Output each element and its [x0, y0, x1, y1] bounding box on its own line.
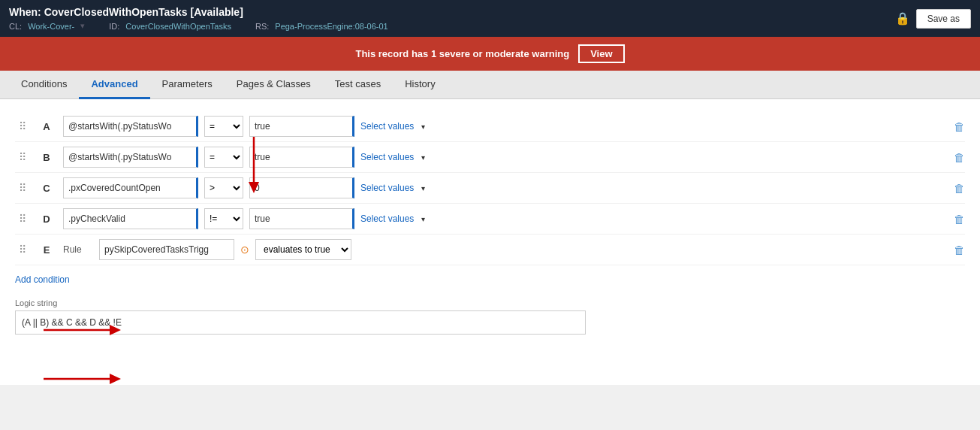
value-field-c[interactable]: [249, 177, 354, 198]
condition-row-a: ⠿ A =!=>< Select values ▾ 🗑: [15, 111, 965, 142]
select-values-caret-a[interactable]: ▾: [421, 123, 425, 131]
delete-button-d[interactable]: 🗑: [954, 213, 965, 226]
conditions-table: ⠿ A =!=>< Select values ▾ 🗑 ⠿ B =!=><: [15, 111, 965, 265]
svg-marker-1: [249, 182, 259, 193]
rule-label-text: Rule: [63, 244, 93, 255]
rule-name-field[interactable]: [99, 239, 234, 260]
operator-select-c[interactable]: >=!=<: [204, 177, 243, 198]
info-icon[interactable]: ⊙: [240, 244, 249, 256]
svg-marker-5: [110, 374, 121, 384]
tabs-bar: Conditions Advanced Parameters Pages & C…: [0, 71, 980, 99]
row-label-c: C: [36, 183, 57, 194]
delete-button-a[interactable]: 🗑: [954, 120, 965, 133]
header-actions: 🔒 Save as: [895, 9, 971, 29]
annotation-arrow-right-c: [44, 321, 126, 339]
rs-value: Pega-ProcessEngine:08-06-01: [275, 22, 387, 31]
tab-test-cases[interactable]: Test cases: [323, 71, 393, 99]
save-as-button[interactable]: Save as: [916, 9, 971, 29]
annotation-arrow-right-d: [44, 370, 126, 385]
tab-pages-classes[interactable]: Pages & Classes: [225, 71, 323, 99]
add-condition-link[interactable]: Add condition: [15, 274, 70, 285]
logic-section: Logic string: [15, 298, 965, 335]
condition-field-a[interactable]: [63, 116, 198, 137]
row-label-d: D: [36, 213, 57, 225]
select-values-caret-b[interactable]: ▾: [421, 153, 425, 162]
condition-row-c: ⠿ C >=!=< Select values ▾ 🗑: [15, 173, 965, 204]
operator-select-b[interactable]: =!=><: [204, 147, 243, 168]
select-values-link-b[interactable]: Select values: [360, 152, 414, 162]
id-label: ID:: [109, 22, 119, 31]
value-field-a[interactable]: [249, 116, 354, 137]
select-values-caret-c[interactable]: ▾: [421, 184, 425, 192]
select-values-link-d[interactable]: Select values: [360, 213, 414, 224]
lock-icon: 🔒: [895, 11, 910, 26]
cl-value: Work-Cover-: [28, 22, 74, 31]
logic-label: Logic string: [15, 298, 965, 307]
header: When: CoverClosedWithOpenTasks [Availabl…: [0, 0, 980, 37]
row-label-e: E: [36, 244, 57, 256]
cl-label: CL:: [9, 22, 22, 31]
drag-handle-e[interactable]: ⠿: [15, 244, 30, 256]
select-values-link-a[interactable]: Select values: [360, 121, 414, 132]
drag-handle-a[interactable]: ⠿: [15, 120, 30, 132]
delete-button-e[interactable]: 🗑: [954, 244, 965, 256]
drag-handle-c[interactable]: ⠿: [15, 182, 30, 194]
delete-button-b[interactable]: 🗑: [954, 151, 965, 164]
value-field-d[interactable]: [249, 208, 354, 229]
condition-row-d: ⠿ D !==>< Select values ▾ 🗑: [15, 204, 965, 235]
tab-conditions[interactable]: Conditions: [9, 71, 79, 99]
value-field-b[interactable]: [249, 147, 354, 168]
condition-row-e: ⠿ E Rule ⊙ evaluates to true evaluates t…: [15, 235, 965, 265]
page-title: When: CoverClosedWithOpenTasks [Availabl…: [9, 6, 388, 18]
view-warning-button[interactable]: View: [578, 44, 624, 63]
warning-banner: This record has 1 severe or moderate war…: [0, 37, 980, 71]
warning-message: This record has 1 severe or moderate war…: [355, 48, 569, 59]
annotation-arrow-down: [245, 137, 263, 197]
main-content: ⠿ A =!=>< Select values ▾ 🗑 ⠿ B =!=><: [0, 99, 980, 385]
svg-marker-3: [110, 325, 121, 335]
tab-history[interactable]: History: [393, 71, 447, 99]
operator-select-d[interactable]: !==><: [204, 208, 243, 229]
condition-field-b[interactable]: [63, 147, 198, 168]
select-values-caret-d[interactable]: ▾: [421, 215, 425, 223]
rs-label: RS:: [255, 22, 269, 31]
drag-handle-b[interactable]: ⠿: [15, 151, 30, 163]
condition-field-c[interactable]: [63, 177, 198, 198]
tab-parameters[interactable]: Parameters: [150, 71, 225, 99]
delete-button-c[interactable]: 🗑: [954, 182, 965, 195]
condition-field-d[interactable]: [63, 208, 198, 229]
row-label-b: B: [36, 152, 57, 163]
tab-advanced[interactable]: Advanced: [79, 71, 149, 99]
drag-handle-d[interactable]: ⠿: [15, 213, 30, 225]
select-values-link-c[interactable]: Select values: [360, 183, 414, 193]
row-label-a: A: [36, 121, 57, 132]
header-meta: CL: Work-Cover- ▾ ID: CoverClosedWithOpe…: [9, 21, 388, 31]
evaluates-select[interactable]: evaluates to true evaluates to false: [255, 239, 351, 260]
id-value: CoverClosedWithOpenTasks: [125, 22, 231, 31]
operator-select-a[interactable]: =!=><: [204, 116, 243, 137]
condition-row-b: ⠿ B =!=>< Select values ▾ 🗑: [15, 142, 965, 173]
